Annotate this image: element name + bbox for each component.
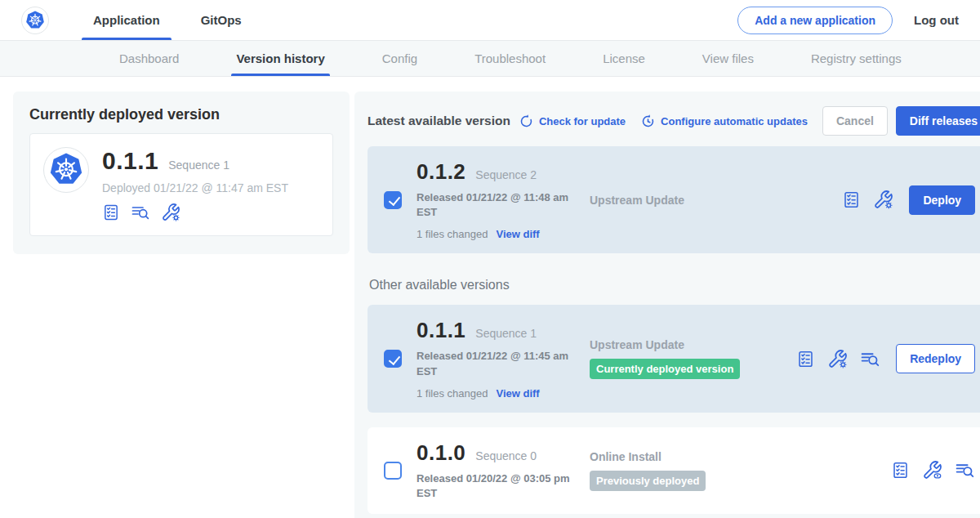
preflight-checks-icon[interactable] xyxy=(891,461,910,480)
check-for-update-label: Check for update xyxy=(539,115,626,127)
deployed-card-title: Currently deployed version xyxy=(29,106,333,123)
app-icon-badge xyxy=(43,147,89,193)
kubernetes-logo-icon xyxy=(24,10,46,31)
source-label: Online Install xyxy=(590,450,891,463)
version-number: 0.1.2 xyxy=(416,159,466,185)
currently-deployed-badge: Currently deployed version xyxy=(590,359,740,379)
version-source: Upstream Update xyxy=(590,194,842,207)
preflight-checks-icon[interactable] xyxy=(796,350,815,368)
tab-view-files[interactable]: View files xyxy=(697,41,759,76)
tab-config[interactable]: Config xyxy=(377,41,422,76)
diff-releases-button[interactable]: Diff releases xyxy=(896,106,980,136)
currently-deployed-card: Currently deployed version 0.1.1 Sequenc… xyxy=(13,92,350,254)
schedule-update-icon xyxy=(640,114,656,129)
check-for-update-link[interactable]: Check for update xyxy=(519,114,626,129)
version-checkbox[interactable] xyxy=(384,191,402,209)
previously-deployed-badge: Previously deployed xyxy=(590,471,706,491)
redeploy-button[interactable]: Redeploy xyxy=(896,344,975,373)
version-actions: Redeploy xyxy=(796,344,975,373)
source-label: Upstream Update xyxy=(590,338,796,351)
top-nav: Application GitOps Add a new application… xyxy=(0,0,980,41)
view-diff-link[interactable]: View diff xyxy=(496,228,539,240)
version-info: 0.1.1 Sequence 1 Released 01/21/22 @ 11:… xyxy=(416,318,590,399)
deployed-version-info: 0.1.1 Sequence 1 Deployed 01/21/22 @ 11:… xyxy=(102,147,288,222)
tab-gitops-label: GitOps xyxy=(201,13,242,27)
version-info: 0.1.0 Sequence 0 Released 01/20/22 @ 03:… xyxy=(416,440,590,501)
view-logs-icon[interactable] xyxy=(860,349,880,369)
latest-version-title: Latest available version xyxy=(368,114,510,128)
version-actions xyxy=(891,460,975,480)
view-logs-icon[interactable] xyxy=(955,460,975,480)
deployed-version-number: 0.1.1 xyxy=(102,147,158,175)
view-logs-icon[interactable] xyxy=(131,203,150,222)
files-changed-line: 1 files changedView diff xyxy=(416,387,590,400)
edit-config-icon[interactable] xyxy=(161,203,180,222)
latest-version-header: Latest available version Check for updat… xyxy=(368,106,980,136)
sequence-label: Sequence 0 xyxy=(475,449,537,462)
sequence-label: Sequence 1 xyxy=(475,327,537,340)
released-timestamp: Released 01/21/22 @ 11:48 am EST xyxy=(416,190,584,220)
edit-config-icon[interactable] xyxy=(827,349,848,369)
view-diff-link[interactable]: View diff xyxy=(496,387,539,400)
main-content: Currently deployed version 0.1.1 Sequenc… xyxy=(0,77,980,518)
version-number: 0.1.0 xyxy=(416,440,466,466)
tab-registry-settings[interactable]: Registry settings xyxy=(806,41,906,76)
kots-admin-console: Application GitOps Add a new application… xyxy=(0,0,980,518)
cancel-button[interactable]: Cancel xyxy=(822,106,888,136)
tab-troubleshoot[interactable]: Troubleshoot xyxy=(470,41,550,76)
tab-dashboard[interactable]: Dashboard xyxy=(114,41,184,76)
tab-gitops[interactable]: GitOps xyxy=(189,0,253,40)
logout-link[interactable]: Log out xyxy=(914,13,959,27)
tab-version-history[interactable]: Version history xyxy=(231,41,329,76)
header-actions: Cancel Diff releases xyxy=(822,106,980,136)
kubernetes-app-icon xyxy=(47,151,85,189)
version-row-0-1-1: 0.1.1 Sequence 1 Released 01/21/22 @ 11:… xyxy=(368,305,980,412)
preflight-checks-icon[interactable] xyxy=(842,190,861,209)
deployed-sequence-label: Sequence 1 xyxy=(168,159,229,172)
tab-license[interactable]: License xyxy=(598,41,650,76)
deploy-button[interactable]: Deploy xyxy=(909,185,975,215)
kubernetes-logo[interactable] xyxy=(21,7,49,34)
configure-automatic-updates-label: Configure automatic updates xyxy=(661,115,808,127)
version-number: 0.1.1 xyxy=(416,318,466,343)
version-info: 0.1.2 Sequence 2 Released 01/21/22 @ 11:… xyxy=(416,159,590,240)
top-nav-right: Add a new application Log out xyxy=(737,0,959,40)
preflight-checks-icon[interactable] xyxy=(102,203,120,221)
edit-config-icon[interactable] xyxy=(873,190,893,210)
version-history-panel: Latest available version Check for updat… xyxy=(354,92,980,518)
configure-automatic-updates-link[interactable]: Configure automatic updates xyxy=(640,114,808,129)
app-sub-nav: Dashboard Version history Config Trouble… xyxy=(0,41,980,77)
tab-application-label: Application xyxy=(93,13,160,27)
sequence-label: Sequence 2 xyxy=(475,168,537,181)
version-row-0-1-0: 0.1.0 Sequence 0 Released 01/20/22 @ 03:… xyxy=(368,427,980,514)
version-source: Upstream Update Currently deployed versi… xyxy=(590,338,796,379)
other-versions-title: Other available versions xyxy=(369,278,980,292)
released-timestamp: Released 01/20/22 @ 03:05 pm EST xyxy=(416,471,584,501)
version-actions: Deploy xyxy=(842,185,975,215)
top-nav-tabs: Application GitOps xyxy=(82,0,271,40)
tab-application[interactable]: Application xyxy=(82,0,172,40)
files-changed-line: 1 files changedView diff xyxy=(416,228,590,240)
deployed-timestamp: Deployed 01/21/22 @ 11:47 am EST xyxy=(102,181,288,194)
files-changed-count: 1 files changed xyxy=(416,387,488,400)
version-row-0-1-2: 0.1.2 Sequence 2 Released 01/21/22 @ 11:… xyxy=(368,146,980,253)
version-source: Online Install Previously deployed xyxy=(590,450,891,491)
view-config-icon[interactable] xyxy=(922,460,942,480)
files-changed-count: 1 files changed xyxy=(416,228,488,240)
deployed-version-card: 0.1.1 Sequence 1 Deployed 01/21/22 @ 11:… xyxy=(29,133,333,236)
version-checkbox[interactable] xyxy=(384,350,402,368)
refresh-icon xyxy=(519,114,534,129)
released-timestamp: Released 01/21/22 @ 11:45 am EST xyxy=(416,349,584,378)
source-label: Upstream Update xyxy=(590,194,842,207)
version-checkbox[interactable] xyxy=(384,462,402,480)
add-new-application-button[interactable]: Add a new application xyxy=(737,7,893,34)
